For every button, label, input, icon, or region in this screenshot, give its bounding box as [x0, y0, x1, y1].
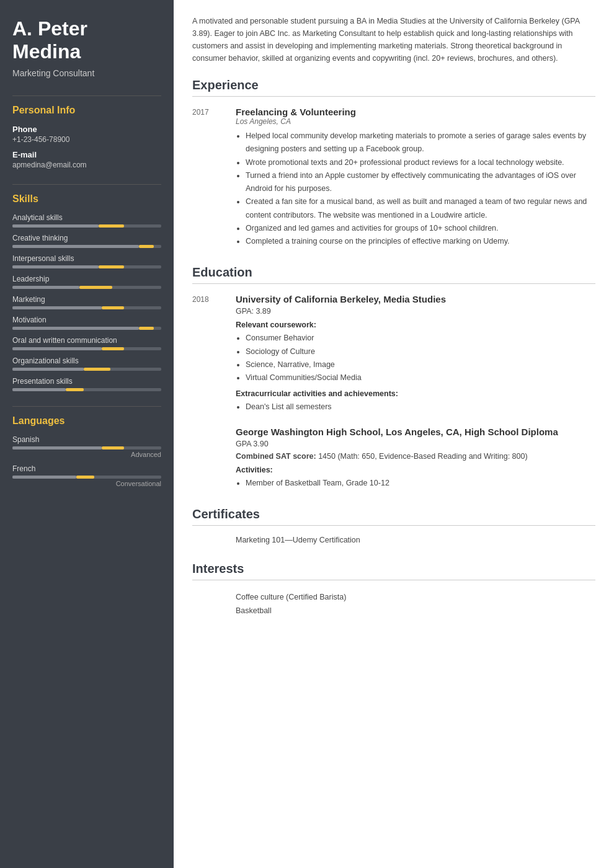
- experience-heading: Experience: [192, 78, 595, 97]
- language-item: FrenchConversational: [12, 464, 161, 487]
- phone-value: +1-23-456-78900: [12, 135, 161, 144]
- skill-item: Motivation: [12, 316, 161, 330]
- skill-item: Organizational skills: [12, 356, 161, 371]
- candidate-title: Marketing Consultant: [12, 68, 161, 78]
- certificates-section: Certificates Marketing 101—Udemy Certifi…: [192, 507, 595, 544]
- language-bar: [12, 476, 161, 479]
- skill-name-label: Organizational skills: [12, 356, 161, 365]
- cert-year: [192, 536, 236, 544]
- bullet-item: Wrote promotional texts and 20+ professi…: [246, 156, 595, 169]
- skill-bar: [12, 224, 161, 228]
- skill-name-label: Analytical skills: [12, 213, 161, 222]
- activities-list: Member of Basketball Team, Grade 10-12: [236, 477, 595, 490]
- skill-name-label: Interpersonal skills: [12, 254, 161, 263]
- languages-heading: Languages: [12, 406, 161, 427]
- education-list: 2018University of California Berkeley, M…: [192, 294, 595, 490]
- certificate-entry: Marketing 101—Udemy Certification: [192, 536, 595, 544]
- entry-year: 2018: [192, 294, 236, 414]
- personal-info-heading: Personal Info: [12, 95, 161, 116]
- skill-bar: [12, 306, 161, 309]
- skill-name-label: Marketing: [12, 295, 161, 304]
- entry-title: Freelancing & Volunteering: [236, 107, 595, 117]
- main-content: A motivated and personable student pursu…: [174, 0, 614, 868]
- skill-name-label: Oral and written communication: [12, 336, 161, 345]
- coursework-item: Virtual Communities/Social Media: [246, 371, 595, 384]
- skill-item: Analytical skills: [12, 213, 161, 228]
- skill-item: Creative thinking: [12, 234, 161, 248]
- education-heading: Education: [192, 265, 595, 284]
- sat-label: Combined SAT score:: [236, 452, 318, 461]
- skill-name-label: Creative thinking: [12, 234, 161, 242]
- interests-entry: Coffee culture (Certified Barista)Basket…: [192, 590, 595, 618]
- sat-line: Combined SAT score: 1450 (Math: 650, Evi…: [236, 452, 595, 461]
- skill-bar: [12, 388, 161, 391]
- skill-bar: [12, 327, 161, 330]
- skill-bar: [12, 245, 161, 248]
- interest-item: Basketball: [236, 604, 346, 618]
- skill-bar: [12, 286, 161, 289]
- certificates-heading: Certificates: [192, 507, 595, 526]
- email-value: apmedina@email.com: [12, 161, 161, 169]
- interest-item: Coffee culture (Certified Barista): [236, 590, 346, 604]
- bullet-item: Helped local community develop marketing…: [246, 130, 595, 156]
- skill-item: Marketing: [12, 295, 161, 309]
- coursework-item: Sociology of Culture: [246, 345, 595, 358]
- edu-gpa: GPA 3.90: [236, 440, 595, 448]
- activity-item: Member of Basketball Team, Grade 10-12: [246, 477, 595, 490]
- skill-item: Interpersonal skills: [12, 254, 161, 268]
- cert-text: Marketing 101—Udemy Certification: [236, 536, 360, 544]
- resume-container: A. Peter Medina Marketing Consultant Per…: [0, 0, 614, 868]
- language-level-label: Conversational: [12, 480, 161, 487]
- interests-list: Coffee culture (Certified Barista)Basket…: [192, 590, 595, 618]
- skill-item: Presentation skills: [12, 377, 161, 391]
- coursework-item: Consumer Behavior: [246, 332, 595, 345]
- entry-bullets: Helped local community develop marketing…: [236, 130, 595, 248]
- edu-title: George Washington High School, Los Angel…: [236, 427, 595, 437]
- skill-bar: [12, 347, 161, 350]
- bullet-item: Organized and led games and activities f…: [246, 222, 595, 235]
- sidebar: A. Peter Medina Marketing Consultant Per…: [0, 0, 174, 868]
- entry-year: [192, 427, 236, 490]
- skill-item: Oral and written communication: [12, 336, 161, 350]
- skill-name-label: Presentation skills: [12, 377, 161, 386]
- email-label: E-mail: [12, 150, 161, 159]
- coursework-list: Consumer BehaviorSociology of CultureSci…: [236, 332, 595, 384]
- interests-section: Interests Coffee culture (Certified Bari…: [192, 562, 595, 618]
- language-level-label: Advanced: [12, 451, 161, 458]
- language-name-label: French: [12, 464, 161, 473]
- bullet-item: Completed a training course on the princ…: [246, 235, 595, 248]
- skill-bar: [12, 265, 161, 268]
- candidate-name: A. Peter Medina: [12, 17, 161, 63]
- activities-label: Activities:: [236, 466, 595, 474]
- extracurricular-list: Dean's List all semesters: [236, 401, 595, 414]
- extracurricular-label: Extracurricular activities and achieveme…: [236, 389, 595, 398]
- skill-bar: [12, 368, 161, 371]
- coursework-label: Relevant coursework:: [236, 321, 595, 329]
- bullet-item: Created a fan site for a musical band, a…: [246, 195, 595, 222]
- skills-list: Analytical skillsCreative thinkingInterp…: [12, 213, 161, 391]
- coursework-item: Science, Narrative, Image: [246, 358, 595, 371]
- language-name-label: Spanish: [12, 435, 161, 444]
- experience-list: 2017Freelancing & VolunteeringLos Angele…: [192, 107, 595, 248]
- education-entry: 2018University of California Berkeley, M…: [192, 294, 595, 414]
- extracurricular-item: Dean's List all semesters: [246, 401, 595, 414]
- experience-entry: 2017Freelancing & VolunteeringLos Angele…: [192, 107, 595, 248]
- skills-heading: Skills: [12, 184, 161, 205]
- entry-content: Freelancing & VolunteeringLos Angeles, C…: [236, 107, 595, 248]
- language-bar: [12, 446, 161, 450]
- summary-text: A motivated and personable student pursu…: [192, 15, 595, 64]
- interests-heading: Interests: [192, 562, 595, 580]
- interests-content: Coffee culture (Certified Barista)Basket…: [236, 590, 346, 618]
- interests-year: [192, 590, 236, 618]
- edu-gpa: GPA: 3.89: [236, 307, 595, 316]
- education-section: Education 2018University of California B…: [192, 265, 595, 490]
- language-item: SpanishAdvanced: [12, 435, 161, 458]
- languages-list: SpanishAdvancedFrenchConversational: [12, 435, 161, 487]
- education-entry: George Washington High School, Los Angel…: [192, 427, 595, 490]
- entry-subtitle: Los Angeles, CA: [236, 117, 595, 126]
- skill-item: Leadership: [12, 275, 161, 289]
- phone-label: Phone: [12, 125, 161, 134]
- edu-title: University of California Berkeley, Media…: [236, 294, 595, 304]
- experience-section: Experience 2017Freelancing & Volunteerin…: [192, 78, 595, 248]
- skill-name-label: Motivation: [12, 316, 161, 324]
